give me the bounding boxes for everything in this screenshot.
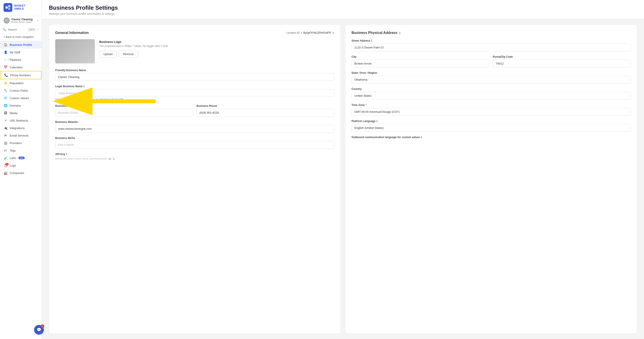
sidebar-item-label-custom-fields: Custom Fields [10, 89, 28, 92]
friendly-name-input[interactable] [55, 73, 334, 81]
email-services-icon: ✉ [4, 134, 8, 137]
search-bar[interactable]: 🔍 Search ctrl K ↑ [0, 26, 42, 33]
search-shortcut: ctrl K [28, 28, 36, 31]
street-address-group: Street Address ℹ [352, 39, 630, 51]
sidebar-item-reputation[interactable]: ⭐Reputation [0, 79, 42, 87]
sidebar-item-calendars[interactable]: 📅Calendars [0, 64, 42, 71]
info-icon: ℹ [376, 120, 378, 123]
sidebar-item-url-redirects[interactable]: ↗URL Redirects [0, 117, 42, 124]
city-input[interactable] [352, 60, 489, 67]
sidebar-item-integrations[interactable]: 🔌Integrations [0, 124, 42, 132]
sidebar-item-custom-fields[interactable]: 🔧Custom Fields [0, 87, 42, 94]
sidebar-item-label-media: Media [10, 112, 18, 115]
street-address-input[interactable] [352, 44, 630, 51]
svg-rect-1 [8, 5, 10, 7]
sidebar-item-email-services[interactable]: ✉Email Services [0, 132, 42, 139]
legal-name-label: Legal Business Name ℹ [55, 85, 334, 88]
logo-hint: The proposed size is 350px * 180px. No b… [99, 45, 168, 48]
media-icon: 🖼 [4, 111, 8, 115]
legal-name-input[interactable] [55, 89, 334, 97]
account-info: Classic Cleaning Broken Arrow, Oklah... [12, 18, 35, 23]
business-niche-select[interactable]: Pick A Niche [55, 141, 334, 149]
sidebar-item-logs[interactable]: 📋Logs1 [0, 162, 42, 169]
legal-name-hint: Enter the exact legal business name, as … [55, 98, 334, 100]
reputation-icon: ⭐ [4, 81, 8, 85]
state-label: State / Prov / Region [352, 71, 630, 75]
sidebar-item-phone-numbers[interactable]: 📞Phone Numbers [0, 71, 42, 79]
page-header: Business Profile Settings Manage your bu… [42, 0, 644, 19]
nav-menu: 🏠Business Profile👤My Staff⋮⋮Pipelines📅Ca… [0, 41, 42, 177]
logo-buttons: Upload Remove [99, 51, 168, 58]
legal-name-group: Legal Business Name ℹ Enter the exact le… [55, 85, 334, 100]
business-niche-label: Business Niche [55, 137, 334, 140]
back-navigation[interactable]: < Back to main navigation [0, 33, 42, 41]
phone-numbers-icon: 📞 [4, 73, 8, 77]
chat-badge: 1 [41, 324, 44, 328]
business-website-input[interactable] [55, 125, 334, 133]
sidebar-item-custom-values[interactable]: 💎Custom Values [0, 94, 42, 102]
info-icon: ℹ [421, 136, 422, 139]
email-phone-row: Business Email Business Phone [55, 104, 334, 121]
sidebar-item-label-domains: Domains [10, 104, 21, 107]
sidebar-item-label-reputation: Reputation [10, 82, 24, 85]
badge-count-logs: 1 [5, 163, 8, 166]
street-address-label: Street Address ℹ [352, 39, 630, 42]
business-phone-input[interactable] [196, 109, 334, 117]
sidebar-item-tags[interactable]: 🏷Tags [0, 147, 42, 154]
svg-rect-2 [8, 8, 10, 10]
api-key-row: ••••••••-••••-••••-••••-•••••••••••• ⧉ ↻ [55, 157, 334, 161]
business-profile-icon: 🏠 [4, 43, 8, 47]
sidebar-item-media[interactable]: 🖼Media [0, 109, 42, 117]
chat-bubble[interactable]: 💬 1 [34, 325, 44, 334]
address-title: Business Physical Address ℹ [352, 31, 400, 35]
labs-icon: 🧪 [4, 156, 8, 160]
content-area: General Information Location ID ℹ By0pFI… [42, 19, 644, 339]
postal-label: Postal/Zip Code [493, 55, 630, 58]
logo-upload-row: Business Logo The proposed size is 350px… [55, 39, 334, 64]
sidebar-item-label-providers: Providers [10, 141, 22, 145]
sidebar-item-companies[interactable]: 🏭Companies [0, 169, 42, 177]
country-label: Country [352, 88, 630, 91]
general-info-title: General Information [55, 31, 89, 35]
business-email-input[interactable] [55, 109, 193, 117]
logo-label: Business Logo [99, 40, 168, 44]
general-info-header: General Information Location ID ℹ By0pFI… [55, 31, 334, 35]
sidebar-item-label-logs: Logs [10, 164, 16, 167]
chevron-down-icon: ▾ [37, 19, 38, 22]
upload-button[interactable]: Upload [99, 51, 117, 58]
logo-preview [55, 39, 95, 64]
country-input[interactable] [352, 92, 630, 100]
business-niche-group: Business Niche Pick A Niche [55, 137, 334, 149]
page-title: Business Profile Settings [49, 5, 637, 11]
info-icon: ℹ [84, 85, 84, 88]
sidebar-item-labs[interactable]: 🧪Labsnew [0, 154, 42, 162]
domains-icon: 🌐 [4, 104, 8, 107]
sidebar-item-my-staff[interactable]: 👤My Staff [0, 49, 42, 56]
city-postal-row: City Postal/Zip Code [352, 55, 630, 71]
info-icon: ℹ [66, 153, 67, 156]
business-phone-label: Business Phone [196, 104, 334, 108]
state-input[interactable] [352, 76, 630, 84]
copy-icon[interactable]: ⧉ [332, 31, 334, 34]
avatar: CC [4, 18, 10, 24]
account-name: Classic Cleaning [12, 18, 35, 21]
logo-info: Business Logo The proposed size is 350px… [99, 39, 168, 58]
sidebar-item-label-phone-numbers: Phone Numbers [10, 74, 31, 77]
remove-button[interactable]: Remove [119, 51, 138, 58]
sidebar-item-pipelines[interactable]: ⋮⋮Pipelines [0, 56, 42, 64]
pipelines-icon: ⋮⋮ [4, 58, 8, 62]
account-selector[interactable]: CC Classic Cleaning Broken Arrow, Oklah.… [0, 15, 42, 26]
platform-lang-label: Platform Language ℹ [352, 120, 630, 123]
sidebar-item-domains[interactable]: 🌐Domains [0, 102, 42, 109]
sidebar-item-business-profile[interactable]: 🏠Business Profile [0, 41, 42, 49]
timezone-select[interactable]: GMT-05:00 America/Chicago (CDT) [352, 108, 630, 116]
postal-input[interactable] [493, 60, 630, 67]
sidebar-item-providers[interactable]: 🏢Providers [0, 139, 42, 147]
platform-lang-select[interactable]: English (United States) [352, 124, 630, 132]
refresh-api-icon[interactable]: ↻ [113, 157, 115, 161]
friendly-name-group: Friendly Business Name [55, 69, 334, 81]
companies-icon: 🏭 [4, 171, 8, 175]
copy-api-icon[interactable]: ⧉ [109, 157, 111, 161]
sidebar-item-label-integrations: Integrations [10, 126, 25, 130]
app-name-text: MARKET SIMPLE [14, 5, 25, 11]
